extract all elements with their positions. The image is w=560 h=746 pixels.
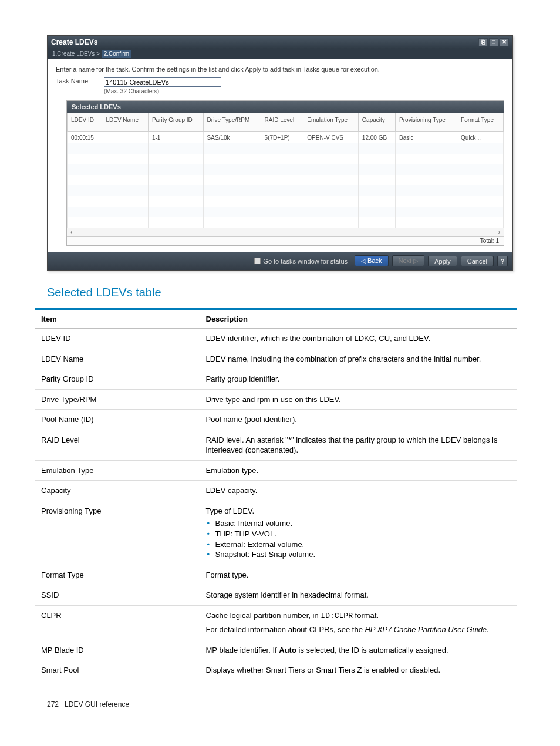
selected-ldevs-panel: Selected LDEVs LDEV ID LDEV Name Parity … (66, 100, 504, 246)
table-row: LDEV NameLDEV name, including the combin… (35, 349, 517, 369)
page-title: LDEV GUI reference (65, 700, 129, 708)
item-cell: Drive Type/RPM (35, 389, 200, 410)
description-cell: LDEV name, including the combination of … (200, 349, 517, 369)
col-format-type[interactable]: Format Type (457, 113, 504, 132)
help-button[interactable]: ? (497, 256, 508, 266)
description-cell: LDEV identifier, which is the combinatio… (200, 329, 517, 349)
breadcrumb-step1[interactable]: 1.Create LDEVs (52, 50, 95, 57)
dialog-titlebar: Create LDEVs ⎘ □ ✕ (48, 36, 512, 49)
description-cell: RAID level. An asterisk "*" indicates th… (200, 430, 517, 460)
col-ldev-id[interactable]: LDEV ID (68, 113, 102, 132)
section-title: Selected LDEVs table (47, 286, 513, 299)
task-name-hint: (Max. 32 Characters) (104, 88, 221, 94)
checkbox-icon (254, 258, 261, 264)
description-cell: LDEV capacity. (200, 481, 517, 501)
horizontal-scrollbar[interactable]: ‹› (67, 228, 504, 236)
col-item: Item (35, 309, 200, 329)
table-row (68, 143, 504, 154)
breadcrumb-step2[interactable]: 2.Confirm (102, 50, 131, 58)
col-capacity[interactable]: Capacity (358, 113, 395, 132)
task-name-input[interactable] (104, 77, 221, 87)
table-row (68, 207, 504, 217)
table-row: LDEV IDLDEV identifier, which is the com… (35, 329, 517, 349)
table-row: Smart PoolDisplays whether Smart Tiers o… (35, 660, 517, 680)
table-row (68, 217, 504, 228)
description-cell: Cache logical partition number, in ID:CL… (200, 605, 517, 640)
description-cell: Emulation type. (200, 460, 517, 481)
table-row: Provisioning TypeType of LDEV.Basic: Int… (35, 501, 517, 565)
col-parity-group[interactable]: Parity Group ID (148, 113, 203, 132)
table-row: SSIDStorage system identifier in hexadec… (35, 585, 517, 606)
table-row: Pool Name (ID)Pool name (pool identifier… (35, 410, 517, 430)
close-icon[interactable]: ✕ (500, 38, 509, 46)
table-row (68, 175, 504, 185)
task-name-label: Task Name: (56, 77, 90, 85)
apply-button[interactable]: Apply (428, 256, 457, 266)
item-cell: LDEV ID (35, 329, 200, 349)
table-row (68, 164, 504, 175)
table-row: Parity Group IDParity group identifier. (35, 369, 517, 390)
instruction-text: Enter a name for the task. Confirm the s… (56, 66, 504, 73)
table-row[interactable]: 00:00:15 1-1 SAS/10k 5(7D+1P) OPEN-V CVS… (68, 132, 504, 144)
table-row: Emulation TypeEmulation type. (35, 460, 517, 481)
filter-icon[interactable]: ⎘ (478, 38, 488, 46)
item-cell: Capacity (35, 481, 200, 501)
table-row: Format TypeFormat type. (35, 565, 517, 585)
next-button[interactable]: Next ▷ (392, 255, 425, 266)
back-button[interactable]: ◁ Back (355, 255, 389, 266)
description-cell: Displays whether Smart Tiers or Smart Ti… (200, 660, 517, 680)
item-cell: Pool Name (ID) (35, 410, 200, 430)
table-row (68, 196, 504, 207)
table-header-row: LDEV ID LDEV Name Parity Group ID Drive … (68, 113, 504, 132)
page-footer: 272 LDEV GUI reference (47, 700, 513, 708)
dialog-body: Enter a name for the task. Confirm the s… (48, 59, 512, 252)
create-ldevs-dialog: Create LDEVs ⎘ □ ✕ 1.Create LDEVs > 2.Co… (47, 35, 513, 271)
col-prov-type[interactable]: Provisioning Type (396, 113, 457, 132)
item-cell: MP Blade ID (35, 640, 200, 660)
col-ldev-name[interactable]: LDEV Name (102, 113, 148, 132)
dialog-title: Create LDEVs (51, 38, 97, 46)
table-row: CapacityLDEV capacity. (35, 481, 517, 501)
table-row (68, 154, 504, 164)
description-cell: Format type. (200, 565, 517, 585)
item-cell: Smart Pool (35, 660, 200, 680)
description-cell: Storage system identifier in hexadecimal… (200, 585, 517, 606)
table-row (68, 185, 504, 196)
table-row: Drive Type/RPMDrive type and rpm in use … (35, 389, 517, 410)
item-cell: Emulation Type (35, 460, 200, 481)
table-row: CLPRCache logical partition number, in I… (35, 605, 517, 640)
col-emulation[interactable]: Emulation Type (303, 113, 359, 132)
panel-title: Selected LDEVs (67, 101, 504, 113)
item-cell: Provisioning Type (35, 501, 200, 565)
description-cell: Pool name (pool identifier). (200, 410, 517, 430)
item-cell: Format Type (35, 565, 200, 585)
item-cell: LDEV Name (35, 349, 200, 369)
col-description: Description (200, 309, 517, 329)
go-to-tasks-checkbox[interactable]: Go to tasks window for status (254, 258, 348, 265)
description-cell: Drive type and rpm in use on this LDEV. (200, 389, 517, 410)
total-row: Total: 1 (67, 236, 504, 245)
selected-ldevs-table: LDEV ID LDEV Name Parity Group ID Drive … (67, 113, 504, 228)
table-row: MP Blade IDMP blade identifier. If Auto … (35, 640, 517, 660)
item-cell: SSID (35, 585, 200, 606)
description-cell: MP blade identifier. If Auto is selected… (200, 640, 517, 660)
wizard-breadcrumb: 1.Create LDEVs > 2.Confirm (48, 49, 512, 59)
window-controls: ⎘ □ ✕ (478, 38, 509, 46)
page-number: 272 (47, 700, 59, 708)
description-table: Item Description LDEV IDLDEV identifier,… (35, 308, 517, 680)
description-cell: Type of LDEV.Basic: Internal volume.THP:… (200, 501, 517, 565)
item-cell: CLPR (35, 605, 200, 640)
table-row: RAID LevelRAID level. An asterisk "*" in… (35, 430, 517, 460)
description-cell: Parity group identifier. (200, 369, 517, 390)
maximize-icon[interactable]: □ (489, 38, 498, 46)
cancel-button[interactable]: Cancel (461, 256, 494, 266)
col-raid-level[interactable]: RAID Level (261, 113, 303, 132)
dialog-footer: Go to tasks window for status ◁ Back Nex… (48, 252, 512, 270)
item-cell: Parity Group ID (35, 369, 200, 390)
col-drive-type[interactable]: Drive Type/RPM (203, 113, 261, 132)
item-cell: RAID Level (35, 430, 200, 460)
